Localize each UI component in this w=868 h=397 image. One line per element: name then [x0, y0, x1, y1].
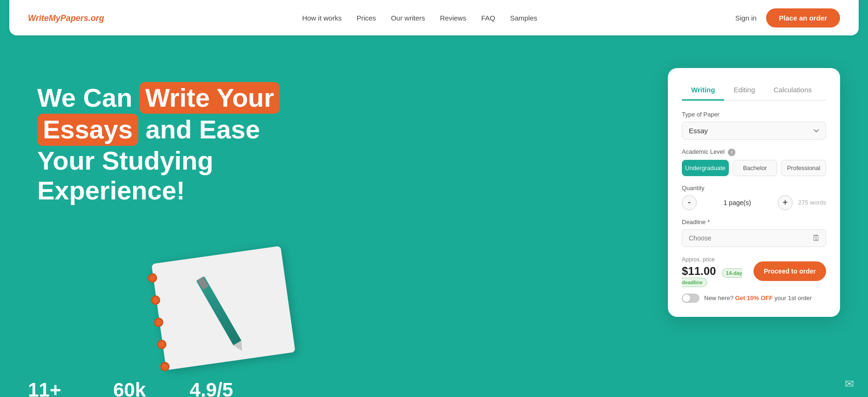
price-value: $11.00 — [682, 265, 716, 277]
toggle-text: New here? Get 10% OFF your 1st order — [704, 294, 812, 301]
price-value-row: $11.00 14-day deadline — [682, 265, 754, 286]
discount-toggle[interactable] — [682, 294, 700, 303]
stat-papers-value: 60k — [113, 380, 161, 397]
logo[interactable]: WriteMyPapers.org — [28, 12, 104, 24]
tab-editing[interactable]: Editing — [724, 82, 764, 101]
paper-type-label: Type of Paper — [682, 111, 826, 118]
ring-5 — [160, 361, 170, 372]
stat-experience: 11+ Years of experience — [28, 380, 85, 397]
toggle-knob — [683, 294, 690, 302]
deadline-input[interactable] — [682, 229, 826, 247]
hero-title-prefix: We Can — [37, 83, 140, 112]
header-right: Sign in Place an order — [735, 8, 840, 27]
hero-title-highlight1: Write Your — [140, 82, 280, 114]
deadline-input-wrap: 🗓 — [682, 229, 826, 247]
nav-our-writers[interactable]: Our writers — [391, 14, 425, 22]
stats-row: 11+ Years of experience 60k Papers prepa… — [28, 371, 868, 397]
nav-samples[interactable]: Samples — [510, 14, 537, 22]
stat-satisfaction: 4.9/5 Customer satisfaction — [190, 380, 253, 397]
logo-suffix: .org — [88, 14, 104, 23]
header: WriteMyPapers.org How it works Prices Ou… — [9, 0, 859, 35]
ring-2 — [150, 295, 161, 306]
hero-title: We Can Write Your Essays and EaseYour St… — [37, 82, 354, 206]
form-tabs: Writing Editing Calculations — [682, 82, 826, 101]
order-form-card: Writing Editing Calculations Type of Pap… — [668, 68, 840, 317]
academic-level-label: Academic Level i — [682, 148, 826, 156]
academic-level-info-icon[interactable]: i — [728, 149, 735, 156]
place-order-button[interactable]: Place an order — [766, 8, 840, 27]
quantity-plus-button[interactable]: + — [778, 195, 793, 210]
stat-experience-value: 11+ — [28, 380, 85, 397]
quantity-words: 275 words — [798, 199, 826, 206]
quantity-display: 1 page(s) — [702, 199, 772, 206]
calendar-icon: 🗓 — [812, 233, 821, 243]
level-bachelor[interactable]: Bachelor — [733, 160, 778, 176]
price-left: Approx. price $11.00 14-day deadline — [682, 256, 754, 286]
stat-papers: 60k Papers prepared — [113, 380, 161, 397]
hero-title-highlight2: Essays — [37, 114, 138, 145]
mail-icon[interactable]: ✉ — [845, 377, 854, 390]
quantity-minus-button[interactable]: - — [682, 195, 697, 210]
tab-calculations[interactable]: Calculations — [764, 82, 821, 101]
hero-section: We Can Write Your Essays and EaseYour St… — [0, 35, 868, 371]
stat-satisfaction-value: 4.9/5 — [190, 380, 253, 397]
notebook-rings — [147, 273, 170, 372]
quantity-row: - 1 page(s) + 275 words — [682, 195, 826, 210]
paper-type-select[interactable]: Essay Research Paper Term Paper Coursewo… — [682, 122, 826, 140]
quantity-label: Quantity — [682, 185, 826, 192]
nav-prices[interactable]: Prices — [357, 14, 376, 22]
approx-label: Approx. price — [682, 256, 754, 263]
tab-writing[interactable]: Writing — [682, 82, 724, 101]
proceed-to-order-button[interactable]: Proceed to order — [754, 261, 826, 281]
logo-text: WriteMyPapers — [28, 14, 88, 23]
toggle-row: New here? Get 10% OFF your 1st order — [682, 294, 826, 303]
sign-in-link[interactable]: Sign in — [735, 14, 757, 22]
main-nav: How it works Prices Our writers Reviews … — [302, 14, 537, 22]
academic-level-row: Undergraduate Bachelor Professional — [682, 160, 826, 176]
ring-4 — [156, 339, 167, 350]
ring-3 — [154, 317, 164, 328]
nav-reviews[interactable]: Reviews — [440, 14, 466, 22]
nav-how-it-works[interactable]: How it works — [302, 14, 342, 22]
nav-faq[interactable]: FAQ — [481, 14, 495, 22]
level-professional[interactable]: Professional — [781, 160, 826, 176]
hero-left: We Can Write Your Essays and EaseYour St… — [37, 63, 668, 206]
notebook — [151, 246, 295, 370]
ring-1 — [147, 273, 158, 283]
price-row: Approx. price $11.00 14-day deadline Pro… — [682, 256, 826, 286]
deadline-label: Deadline * — [682, 219, 826, 226]
notebook-illustration — [140, 212, 316, 371]
level-undergraduate[interactable]: Undergraduate — [682, 160, 729, 176]
